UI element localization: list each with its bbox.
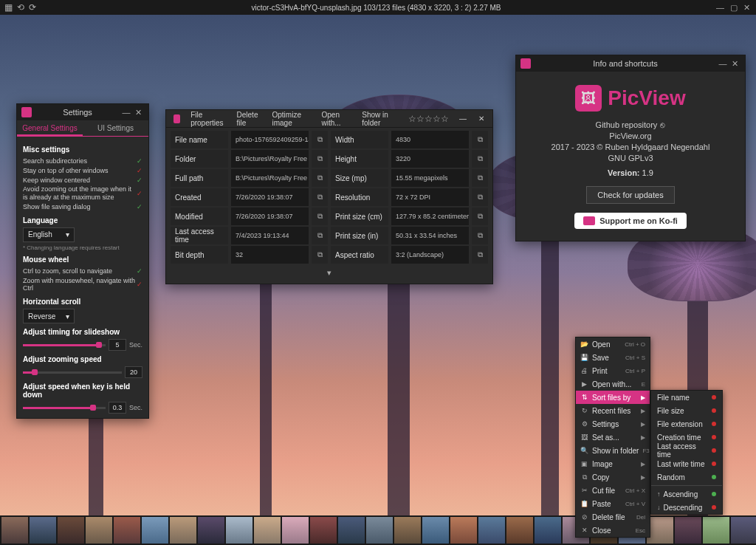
sort-filename[interactable]: File name <box>651 391 722 404</box>
sort-filesize[interactable]: File size <box>651 404 722 417</box>
thumbnail[interactable] <box>282 517 309 544</box>
check-search-subdirs[interactable]: ✓ <box>137 157 142 165</box>
close-icon[interactable]: ✕ <box>477 114 485 123</box>
check-zoom-nav[interactable]: ✓ <box>137 281 142 288</box>
ctx-print[interactable]: 🖨PrintCtrl + P <box>576 364 650 377</box>
ctx-recent-files[interactable]: ↻Recent files▶ <box>576 404 650 417</box>
thumbnail[interactable] <box>254 517 281 544</box>
settings-titlebar[interactable]: Settings — ✕ <box>17 104 148 120</box>
ctx-open[interactable]: 📂OpenCtrl + O <box>576 337 650 351</box>
copy-icon[interactable]: ⧉ <box>312 188 328 206</box>
ctx-close[interactable]: ✕CloseEsc <box>576 524 650 537</box>
ctx-show-in-folder[interactable]: 🔍Show in folderF3 <box>576 444 650 457</box>
close-icon[interactable]: ✕ <box>132 108 144 117</box>
menu-file-properties[interactable]: File properties <box>190 111 226 127</box>
thumbnail[interactable] <box>226 517 252 544</box>
key-slider[interactable] <box>23 407 106 409</box>
close-icon[interactable]: ✕ <box>729 59 740 69</box>
sort-ascending[interactable]: ↑Ascending <box>651 487 722 501</box>
thumbnail[interactable] <box>450 517 477 544</box>
ctx-delete[interactable]: ⊘Delete fileDel <box>576 510 650 524</box>
key-value[interactable]: 0.3 <box>109 402 126 414</box>
app-icon[interactable]: ▦ <box>4 2 13 13</box>
check-stay-top[interactable]: ✓ <box>137 167 142 174</box>
ctx-paste[interactable]: 📋PasteCtrl + V <box>576 497 650 510</box>
undo-icon[interactable]: ⟲ <box>17 2 24 13</box>
minimize-icon[interactable]: — <box>716 3 724 13</box>
slideshow-slider[interactable] <box>23 344 106 346</box>
minimize-icon[interactable]: — <box>120 108 132 117</box>
copy-icon[interactable]: ⧉ <box>472 131 488 148</box>
slideshow-value[interactable]: 5 <box>109 339 126 351</box>
thumbnail[interactable] <box>30 517 56 544</box>
thumbnail[interactable] <box>478 517 505 544</box>
rating-stars[interactable]: ☆☆☆☆☆ <box>408 114 449 124</box>
sort-lastaccess[interactable]: Last access time <box>651 444 722 457</box>
menu-show-in-folder[interactable]: Show in folder <box>362 111 397 127</box>
check-show-save[interactable]: ✓ <box>137 203 142 210</box>
ctx-settings[interactable]: ⚙Settings▶ <box>576 417 650 431</box>
check-updates-button[interactable]: Check for updates <box>586 186 674 204</box>
hscroll-dropdown[interactable]: Reverse▾ <box>23 309 75 323</box>
zoom-slider[interactable] <box>23 371 122 374</box>
thumbnail[interactable] <box>1 517 28 544</box>
close-icon[interactable]: ✕ <box>743 3 750 13</box>
check-avoid-zoom[interactable]: ✓ <box>137 190 142 197</box>
thumbnail[interactable] <box>142 517 168 544</box>
copy-icon[interactable]: ⧉ <box>472 208 488 225</box>
copy-icon[interactable]: ⧉ <box>312 169 328 187</box>
thumbnail[interactable] <box>170 517 196 544</box>
thumbnail[interactable] <box>506 517 533 544</box>
site-link[interactable]: PicView.org <box>526 131 735 140</box>
ctx-sort-files-by[interactable]: ⇅Sort files by▶ <box>576 391 650 404</box>
menu-optimize-image[interactable]: Optimize image <box>272 111 311 127</box>
zoom-value[interactable]: 20 <box>125 366 142 378</box>
tab-general-settings[interactable]: General Settings <box>17 120 83 136</box>
copy-icon[interactable]: ⧉ <box>472 169 488 187</box>
thumbnail[interactable] <box>114 517 140 544</box>
thumbnail[interactable] <box>338 517 365 544</box>
maximize-icon[interactable]: ▢ <box>730 3 738 13</box>
menu-delete-file[interactable]: Delete file <box>237 111 262 127</box>
check-keep-center[interactable]: ✓ <box>137 176 142 184</box>
thumbnail[interactable] <box>366 517 393 544</box>
redo-icon[interactable]: ⟳ <box>29 2 36 13</box>
thumbnail[interactable] <box>310 517 337 544</box>
sort-descending[interactable]: ↓Descending <box>651 501 722 514</box>
ctx-set-as[interactable]: 🖼Set as...▶ <box>576 431 650 444</box>
filename-value[interactable]: photo-1576592409259-1423c3f <box>231 131 309 148</box>
copy-icon[interactable]: ⧉ <box>472 188 488 206</box>
tab-ui-settings[interactable]: UI Settings <box>83 120 148 136</box>
thumbnail[interactable] <box>198 517 224 544</box>
sort-random[interactable]: Random <box>651 470 722 484</box>
ctx-open-with[interactable]: ▶Open with...E <box>576 377 650 391</box>
copy-icon[interactable]: ⧉ <box>312 131 328 148</box>
menu-open-with[interactable]: Open with... <box>322 111 352 127</box>
thumbnail[interactable] <box>394 517 421 544</box>
thumbnail[interactable] <box>422 517 449 544</box>
thumbnail[interactable] <box>675 517 701 544</box>
copy-icon[interactable]: ⧉ <box>472 227 488 244</box>
thumbnail[interactable] <box>58 517 84 544</box>
ctx-copy[interactable]: ⧉Copy▶ <box>576 470 650 484</box>
about-titlebar[interactable]: Info and shortcuts — ✕ <box>516 55 745 72</box>
github-link[interactable]: Github repository⎋ <box>526 120 735 129</box>
ctx-save[interactable]: 💾SaveCtrl + S <box>576 351 650 364</box>
ctx-cut[interactable]: ✂Cut fileCtrl + X <box>576 484 650 497</box>
sort-fileext[interactable]: File extension <box>651 417 722 431</box>
minimize-icon[interactable]: — <box>717 59 729 68</box>
copy-icon[interactable]: ⧉ <box>312 227 328 244</box>
ctx-image[interactable]: ▣Image▶ <box>576 457 650 470</box>
thumbnail[interactable] <box>647 517 673 544</box>
copy-icon[interactable]: ⧉ <box>472 150 488 168</box>
expand-button[interactable]: ▾ <box>171 265 488 281</box>
check-ctrl-zoom[interactable]: ✓ <box>137 267 142 275</box>
copy-icon[interactable]: ⧉ <box>312 150 328 168</box>
kofi-button[interactable]: Support me on Ko-fi <box>574 213 687 229</box>
copy-icon[interactable]: ⧉ <box>472 246 488 264</box>
thumbnail[interactable] <box>86 517 112 544</box>
copy-icon[interactable]: ⧉ <box>312 246 328 264</box>
thumbnail[interactable] <box>703 517 729 544</box>
language-dropdown[interactable]: English▾ <box>23 227 75 242</box>
sort-lastwrite[interactable]: Last write time <box>651 457 722 470</box>
